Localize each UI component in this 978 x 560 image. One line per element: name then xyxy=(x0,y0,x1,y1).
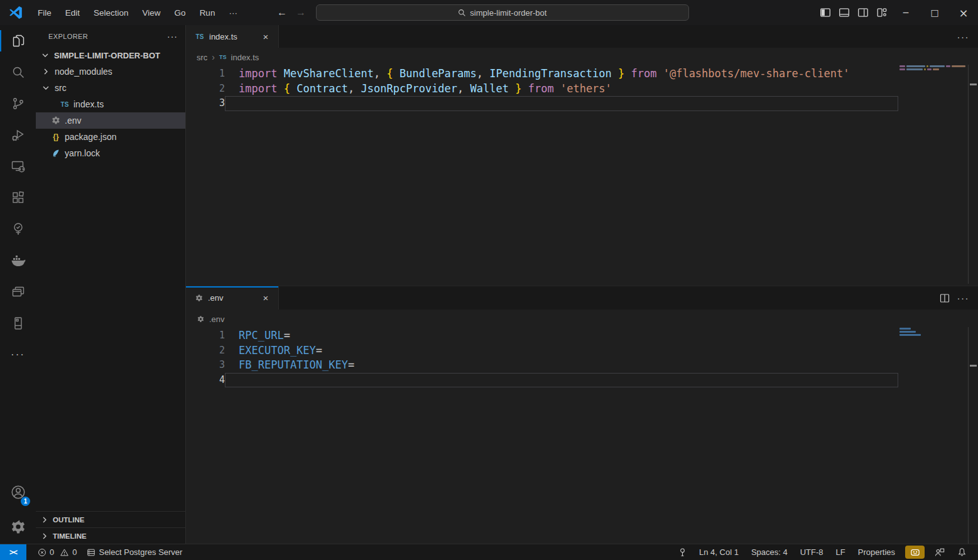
activity-more-views-icon[interactable]: ··· xyxy=(0,339,36,370)
customize-layout-icon[interactable] xyxy=(872,3,891,22)
toggle-secondary-sidebar-icon[interactable] xyxy=(854,3,872,22)
bell-icon xyxy=(957,547,967,557)
code-line[interactable]: 3 xyxy=(186,96,898,111)
split-editor-icon[interactable] xyxy=(940,293,950,303)
activity-bar: ··· 1 xyxy=(0,25,36,544)
tree-item-index-ts[interactable]: TS index.ts xyxy=(36,96,185,112)
activity-window-stack-icon[interactable] xyxy=(0,276,36,308)
tab-index-ts[interactable]: TS index.ts × xyxy=(186,25,279,48)
line-content: EXECUTOR_KEY= xyxy=(225,343,898,358)
cursor-position-status[interactable]: Ln 4, Col 1 xyxy=(694,546,744,559)
explorer-sidebar: EXPLORER ··· SIMPLE-LIMIT-ORDER-BOT node… xyxy=(36,25,186,544)
chevron-right-icon xyxy=(40,531,50,541)
menu-view[interactable]: View xyxy=(137,6,166,20)
line-number: 2 xyxy=(186,343,225,358)
menu-go[interactable]: Go xyxy=(169,6,192,20)
activity-run-debug-icon[interactable] xyxy=(0,119,36,151)
robot-icon xyxy=(910,548,920,557)
activity-docker-icon[interactable] xyxy=(0,245,36,276)
error-count: 0 xyxy=(50,547,54,557)
chevron-right-icon xyxy=(41,67,51,77)
accounts-icon[interactable]: 1 xyxy=(0,475,36,510)
minimize-button[interactable]: ─ xyxy=(891,0,920,25)
editor-region: TS index.ts × ··· src › TS index.ts 1imp… xyxy=(186,25,978,544)
copilot-status-badge[interactable] xyxy=(905,546,925,559)
language-mode-status[interactable]: Properties xyxy=(853,546,900,559)
code-line[interactable]: 1import MevShareClient, { BundleParams, … xyxy=(186,67,898,82)
overview-ruler[interactable] xyxy=(968,327,978,544)
menu-run[interactable]: Run xyxy=(194,6,221,20)
remote-indicator[interactable]: >< xyxy=(0,544,26,560)
error-icon xyxy=(38,548,46,557)
editor-group-bottom: .env × ··· .env 1RPC_URL=2EXECUTOR_KEY=3… xyxy=(186,286,978,544)
toggle-primary-sidebar-icon[interactable] xyxy=(816,3,835,22)
encoding-status[interactable]: UTF-8 xyxy=(795,546,829,559)
code-line[interactable]: 4 xyxy=(186,373,898,388)
line-number: 4 xyxy=(186,373,225,388)
timeline-section-header[interactable]: TIMELINE xyxy=(36,527,185,544)
minimap[interactable] xyxy=(899,328,965,337)
breadcrumb-bottom[interactable]: .env xyxy=(186,310,978,328)
menu-edit[interactable]: Edit xyxy=(60,6,85,20)
settings-gear-icon[interactable] xyxy=(0,510,36,544)
warning-icon xyxy=(60,548,69,557)
chevron-down-icon xyxy=(41,83,51,93)
tab-env[interactable]: .env × xyxy=(186,286,279,310)
back-arrow-icon[interactable]: ← xyxy=(277,7,287,18)
menu-overflow-icon[interactable]: ··· xyxy=(223,6,243,20)
port-icon xyxy=(678,547,687,557)
explorer-actions-icon[interactable]: ··· xyxy=(167,31,178,41)
editor-actions-more-icon[interactable]: ··· xyxy=(957,31,970,42)
code-editor-index-ts[interactable]: 1import MevShareClient, { BundleParams, … xyxy=(186,67,898,284)
feedback-person-icon xyxy=(935,547,945,557)
tab-close-icon[interactable]: × xyxy=(259,292,272,304)
activity-source-control-icon[interactable] xyxy=(0,88,36,119)
code-editor-env[interactable]: 1RPC_URL=2EXECUTOR_KEY=3FB_REPUTATION_KE… xyxy=(186,328,898,544)
close-window-button[interactable]: × xyxy=(949,0,978,25)
tab-close-icon[interactable]: × xyxy=(259,30,272,43)
feedback-status[interactable] xyxy=(930,546,950,559)
notifications-status[interactable] xyxy=(952,546,972,559)
typescript-file-icon: TS xyxy=(195,33,205,40)
breadcrumb-top[interactable]: src › TS index.ts xyxy=(186,48,978,67)
problems-status[interactable]: 0 0 xyxy=(33,546,82,559)
code-line[interactable]: 3FB_REPUTATION_KEY= xyxy=(186,358,898,373)
outline-section-header[interactable]: OUTLINE xyxy=(36,511,185,527)
menu-file[interactable]: File xyxy=(32,6,57,20)
line-number: 1 xyxy=(186,328,225,343)
typescript-file-icon: TS xyxy=(60,101,70,108)
command-center-search[interactable]: simple-limit-order-bot xyxy=(316,4,689,21)
remote-icon: >< xyxy=(9,548,17,557)
tree-item-package-json[interactable]: {} package.json xyxy=(36,129,185,145)
minimap[interactable] xyxy=(899,65,965,72)
tree-item-yarn-lock[interactable]: yarn.lock xyxy=(36,145,185,161)
editor-actions-more-icon[interactable]: ··· xyxy=(957,293,970,303)
editor-group-top: TS index.ts × ··· src › TS index.ts 1imp… xyxy=(186,25,978,284)
maximize-button[interactable]: □ xyxy=(920,0,949,25)
tree-item-src[interactable]: src xyxy=(36,80,185,96)
forward-arrow-icon: → xyxy=(296,7,306,18)
activity-todo-tree-icon[interactable] xyxy=(0,213,36,245)
tree-item-env[interactable]: .env xyxy=(36,112,185,129)
code-line[interactable]: 2import { Contract, JsonRpcProvider, Wal… xyxy=(186,82,898,97)
code-line[interactable]: 1RPC_URL= xyxy=(186,328,898,343)
tree-root-folder[interactable]: SIMPLE-LIMIT-ORDER-BOT xyxy=(36,47,185,63)
status-bar: >< 0 0 Select Postgres Server xyxy=(0,544,978,560)
eol-status[interactable]: LF xyxy=(831,546,850,559)
overview-ruler[interactable] xyxy=(968,65,978,284)
ports-status[interactable] xyxy=(673,546,692,559)
menu-selection[interactable]: Selection xyxy=(88,6,134,20)
indentation-status[interactable]: Spaces: 4 xyxy=(746,546,793,559)
postgres-server-status[interactable]: Select Postgres Server xyxy=(82,546,187,559)
activity-remote-explorer-icon[interactable] xyxy=(0,151,36,182)
activity-device-preview-icon[interactable] xyxy=(0,308,36,339)
activity-explorer-icon[interactable] xyxy=(0,25,36,57)
line-content: import MevShareClient, { BundleParams, I… xyxy=(225,67,898,82)
cursor-position-mark xyxy=(970,83,977,85)
code-line[interactable]: 2EXECUTOR_KEY= xyxy=(186,343,898,358)
toggle-panel-icon[interactable] xyxy=(835,3,854,22)
activity-search-icon[interactable] xyxy=(0,57,36,88)
chevron-right-icon xyxy=(40,515,50,525)
tree-item-node-modules[interactable]: node_modules xyxy=(36,63,185,80)
activity-extensions-icon[interactable] xyxy=(0,182,36,213)
